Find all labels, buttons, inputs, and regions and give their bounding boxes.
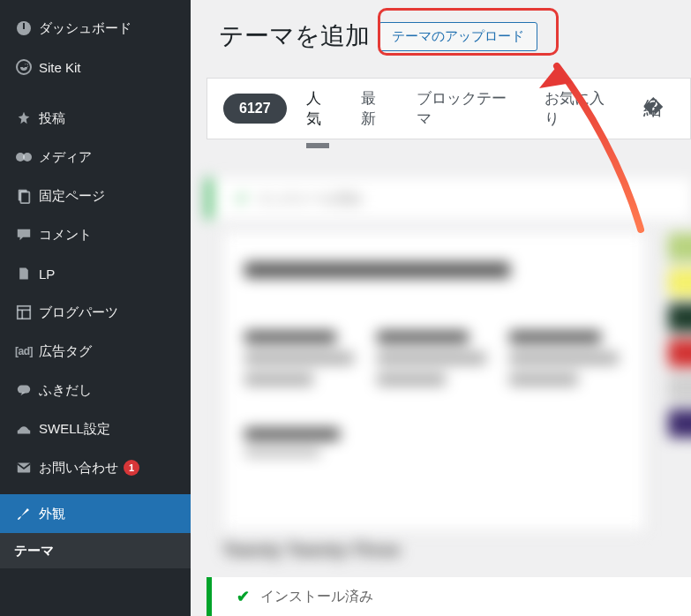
- brush-icon: [12, 505, 35, 522]
- sidebar-item-posts[interactable]: 投稿: [0, 99, 191, 138]
- sidebar-item-dashboard[interactable]: ダッシュボード: [0, 9, 191, 48]
- svg-point-4: [23, 153, 32, 162]
- sidebar-item-contact[interactable]: お問い合わせ 1: [0, 448, 191, 487]
- svg-rect-10: [18, 386, 30, 394]
- swell-icon: [12, 420, 35, 438]
- sidebar-item-sitekit[interactable]: Site Kit: [0, 48, 191, 86]
- mail-icon: [12, 459, 35, 477]
- sidebar-item-label: 投稿: [39, 110, 65, 127]
- ad-icon: [ad]: [12, 342, 35, 360]
- sidebar-item-blogparts[interactable]: ブログパーツ: [0, 293, 191, 332]
- sidebar-item-label: 外観: [39, 506, 65, 522]
- sidebar-item-media[interactable]: メディア: [0, 138, 191, 177]
- sidebar-item-label: コメント: [39, 227, 92, 244]
- sidebar-item-pages[interactable]: 固定ページ: [0, 177, 191, 215]
- page-icon: [12, 187, 35, 205]
- svg-point-2: [17, 60, 31, 74]
- notification-badge: 1: [124, 460, 139, 476]
- title-row: テーマを追加 テーマのアップロード: [191, 0, 691, 53]
- sidebar-item-balloon[interactable]: ふきだし: [0, 371, 191, 409]
- page-title: テーマを追加: [219, 19, 370, 53]
- blurred-content: ✔インストール済み: [207, 178, 691, 581]
- tab-favorites[interactable]: お気に入り: [545, 88, 617, 129]
- dashboard-icon: [12, 19, 35, 37]
- sidebar-item-label: お問い合わせ: [39, 460, 118, 477]
- sidebar-subitem-themes[interactable]: テーマ: [0, 533, 191, 568]
- comment-icon: [12, 226, 35, 244]
- sidebar-item-label: LP: [39, 267, 55, 282]
- sitekit-icon: [12, 58, 35, 76]
- tab-popular[interactable]: 人気: [306, 88, 335, 129]
- svg-rect-1: [23, 23, 25, 29]
- sidebar-item-swell[interactable]: SWELL設定: [0, 409, 191, 448]
- sidebar-item-label: 広告タグ: [39, 343, 92, 360]
- doc-icon: [12, 265, 35, 282]
- upload-theme-button[interactable]: テーマのアップロード: [379, 22, 537, 51]
- tab-block[interactable]: ブロックテーマ: [417, 88, 518, 129]
- sidebar-item-label: ブログパーツ: [39, 304, 118, 321]
- sidebar-item-label: 固定ページ: [39, 188, 105, 205]
- pin-icon: [12, 109, 35, 127]
- sidebar-item-label: SWELL設定: [39, 421, 110, 438]
- theme-count-pill: 6127: [223, 94, 287, 124]
- sidebar-item-label: Site Kit: [39, 60, 81, 75]
- installed-notice: ✔ インストール済み: [207, 577, 691, 616]
- svg-rect-7: [18, 306, 30, 319]
- sidebar-item-label: ダッシュボード: [39, 20, 131, 37]
- sidebar-subitem-label: テーマ: [14, 543, 54, 560]
- sidebar-item-lp[interactable]: LP: [0, 254, 191, 293]
- sidebar-item-adtag[interactable]: [ad] 広告タグ: [0, 332, 191, 371]
- grid-icon: [12, 304, 35, 321]
- installed-label: インストール済み: [260, 588, 373, 606]
- check-icon: ✔: [237, 587, 250, 606]
- sidebar-item-appearance[interactable]: 外観: [0, 494, 191, 533]
- tab-latest[interactable]: 最新: [361, 88, 390, 129]
- chat-icon: [12, 381, 35, 399]
- sidebar-item-label: ふきだし: [39, 382, 92, 399]
- main-content: テーマを追加 テーマのアップロード 6127 人気 最新 ブロックテーマ お気に…: [191, 0, 691, 616]
- theme-filter-bar: 6127 人気 最新 ブロックテーマ お気に入り �給: [207, 78, 691, 139]
- admin-sidebar: ダッシュボード Site Kit 投稿 メディア 固定ページ: [0, 0, 191, 616]
- svg-rect-6: [20, 192, 29, 204]
- sidebar-item-comments[interactable]: コメント: [0, 215, 191, 254]
- media-icon: [12, 148, 35, 166]
- sidebar-item-label: メディア: [39, 149, 92, 166]
